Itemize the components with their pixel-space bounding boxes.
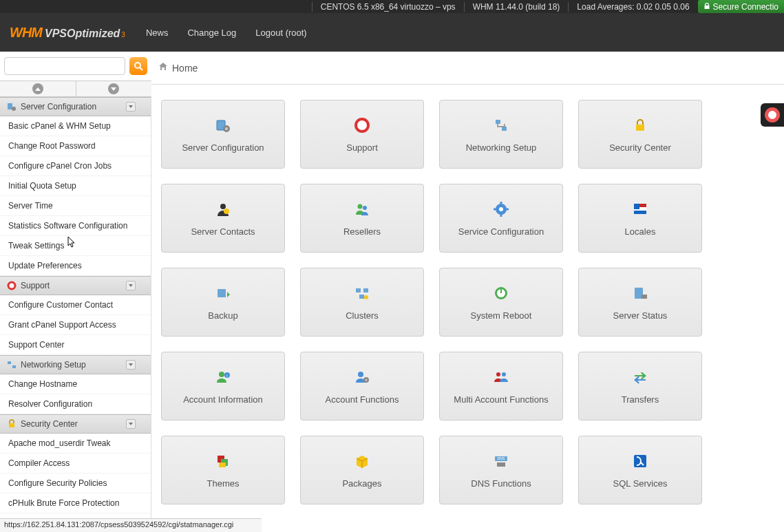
lock-icon — [7, 419, 17, 429]
sidebar-category-support[interactable]: Support — [0, 276, 151, 295]
sidebar-item-change-hostname[interactable]: Change Hostname — [0, 374, 151, 394]
tile-support[interactable]: Support — [300, 100, 424, 169]
sidebar-item-grant-cpanel-support-access[interactable]: Grant cPanel Support Access — [0, 315, 151, 335]
tile-label: Transfers — [622, 394, 659, 405]
tile-label: Backup — [208, 310, 237, 321]
tile-server-status[interactable]: Server Status — [578, 268, 702, 337]
packages-icon — [353, 452, 371, 470]
chevron-down-icon[interactable] — [126, 360, 136, 370]
tile-clusters[interactable]: Clusters — [300, 268, 424, 337]
tile-themes[interactable]: Themes — [161, 436, 285, 504]
tile-system-reboot[interactable]: System Reboot — [439, 268, 563, 337]
svg-rect-32 — [363, 288, 368, 292]
tile-networking-setup[interactable]: Networking Setup — [439, 100, 563, 169]
help-tab[interactable] — [761, 103, 784, 127]
clusters-icon — [353, 284, 371, 302]
backup-icon — [214, 284, 232, 302]
multiacc-icon — [492, 368, 510, 386]
nav-news[interactable]: News — [146, 28, 169, 38]
sidebar-item-tweak-settings[interactable]: Tweak Settings — [0, 236, 151, 256]
sidebar-item-apache-mod-userdir-tweak[interactable]: Apache mod_userdir Tweak — [0, 434, 151, 454]
sidebar-item-support-center[interactable]: Support Center — [0, 335, 151, 355]
tile-service-configuration[interactable]: Service Configuration — [439, 184, 563, 253]
search-button[interactable] — [129, 57, 147, 75]
tile-label: SQL Services — [613, 478, 668, 489]
network-icon — [492, 116, 510, 134]
sidebar-category-security-center[interactable]: Security Center — [0, 414, 151, 434]
svg-point-17 — [224, 209, 229, 214]
sidebar-item-basic-cpanel-whm-setup[interactable]: Basic cPanel & WHM Setup — [0, 116, 151, 136]
chevron-down-icon[interactable] — [126, 281, 136, 290]
contact-icon — [214, 200, 232, 218]
svg-point-0 — [135, 63, 140, 68]
tile-label: DNS Functions — [471, 478, 531, 489]
svg-point-45 — [365, 379, 368, 381]
collapse-all-button[interactable] — [0, 81, 76, 96]
tile-server-contacts[interactable]: Server Contacts — [161, 184, 285, 253]
logo-subscript: 3 — [121, 31, 125, 39]
sidebar-category-networking-setup[interactable]: Networking Setup — [0, 355, 151, 374]
svg-rect-31 — [356, 288, 361, 292]
breadcrumb-home[interactable]: Home — [172, 63, 198, 74]
svg-point-4 — [8, 282, 15, 289]
tile-server-configuration[interactable]: Server Configuration — [161, 100, 285, 169]
nav-changelog[interactable]: Change Log — [187, 28, 236, 38]
svg-point-47 — [502, 372, 506, 376]
chevron-down-icon[interactable] — [126, 102, 136, 111]
tile-backup[interactable]: Backup — [161, 268, 285, 337]
tile-label: System Reboot — [471, 310, 532, 321]
lifering-icon — [765, 107, 780, 123]
sidebar-item-initial-quota-setup[interactable]: Initial Quota Setup — [0, 176, 151, 196]
svg-rect-15 — [636, 125, 644, 131]
sidebar-item-update-preferences[interactable]: Update Preferences — [0, 256, 151, 276]
tile-label: Account Functions — [326, 394, 399, 405]
nav-logout[interactable]: Logout (root) — [255, 28, 306, 38]
tile-packages[interactable]: Packages — [300, 436, 424, 504]
secure-connection-badge[interactable]: Secure Connectio — [698, 0, 784, 13]
tile-label: Service Configuration — [458, 226, 544, 237]
tile-locales[interactable]: Locales — [578, 184, 702, 253]
svg-point-18 — [358, 204, 363, 209]
sidebar-tree[interactable]: Server ConfigurationBasic cPanel & WHM S… — [0, 97, 151, 532]
tile-grid-wrap[interactable]: Server ConfigurationSupportNetworking Se… — [151, 85, 784, 532]
chevron-down-icon[interactable] — [126, 419, 136, 429]
svg-point-19 — [363, 206, 367, 210]
svg-rect-30 — [218, 289, 226, 297]
sidebar-item-configure-security-policies[interactable]: Configure Security Policies — [0, 474, 151, 493]
sidebar-item-configure-cpanel-cron-jobs[interactable]: Configure cPanel Cron Jobs — [0, 156, 151, 176]
tile-transfers[interactable]: Transfers — [578, 352, 702, 421]
sql-icon — [631, 452, 649, 470]
tile-dns-functions[interactable]: DNSDNS Functions — [439, 436, 563, 504]
tile-account-functions[interactable]: Account Functions — [300, 352, 424, 421]
status-bar-url: https://162.251.84.131:2087/cpsess503952… — [0, 518, 262, 532]
sidebar-item-configure-customer-contact[interactable]: Configure Customer Contact — [0, 295, 151, 315]
accinfo-icon: i — [214, 368, 232, 386]
sidebar-category-server-configuration[interactable]: Server Configuration — [0, 97, 151, 116]
logo-vps-text: VPS — [45, 28, 67, 40]
tile-account-information[interactable]: iAccount Information — [161, 352, 285, 421]
tile-label: Resellers — [343, 226, 381, 237]
logo-whm-text: WHM — [10, 25, 42, 41]
tile-multi-account-functions[interactable]: Multi Account Functions — [439, 352, 563, 421]
whm-logo[interactable]: WHM VPS Optimized 3 — [10, 25, 125, 41]
svg-point-46 — [496, 372, 500, 376]
power-icon — [492, 284, 510, 302]
svg-rect-13 — [496, 120, 500, 124]
tile-label: Clusters — [346, 310, 379, 321]
tile-label: Locales — [625, 226, 656, 237]
sidebar-item-statistics-software-configuration[interactable]: Statistics Software Configuration — [0, 216, 151, 236]
tile-resellers[interactable]: Resellers — [300, 184, 424, 253]
sidebar-item-server-time[interactable]: Server Time — [0, 196, 151, 216]
tile-security-center[interactable]: Security Center — [578, 100, 702, 169]
sidebar-item-compiler-access[interactable]: Compiler Access — [0, 454, 151, 474]
expand-all-button[interactable] — [76, 81, 152, 96]
sidebar-item-resolver-configuration[interactable]: Resolver Configuration — [0, 394, 151, 414]
main-column: Home Server ConfigurationSupportNetworki… — [151, 52, 784, 532]
sidebar-item-change-root-password[interactable]: Change Root Password — [0, 136, 151, 156]
sidebar-item-cphulk-brute-force-protection[interactable]: cPHulk Brute Force Protection — [0, 493, 151, 513]
search-input[interactable] — [4, 57, 125, 75]
svg-point-43 — [358, 372, 363, 377]
tile-sql-services[interactable]: SQL Services — [578, 436, 702, 504]
svg-rect-2 — [8, 103, 12, 109]
tile-grid: Server ConfigurationSupportNetworking Se… — [161, 100, 784, 504]
